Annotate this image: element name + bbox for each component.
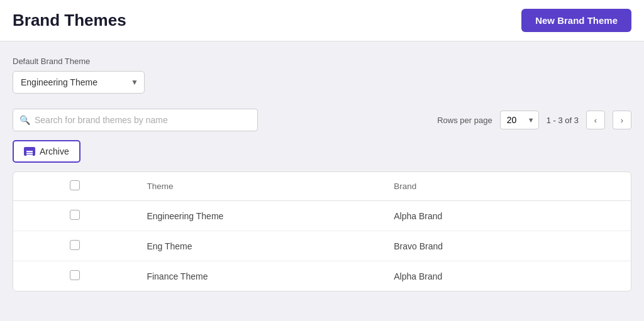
archive-icon <box>24 147 35 156</box>
default-theme-section: Default Brand Theme Engineering ThemeEng… <box>13 57 631 94</box>
table-header-row: Theme Brand <box>13 172 631 201</box>
prev-page-button[interactable]: ‹ <box>586 111 605 129</box>
select-all-header <box>13 172 136 201</box>
row-brand: Alpha Brand <box>384 261 631 291</box>
archive-button-label: Archive <box>40 146 69 156</box>
new-brand-theme-button[interactable]: New Brand Theme <box>521 9 631 32</box>
default-theme-label: Default Brand Theme <box>13 57 631 66</box>
brand-column-header: Brand <box>384 172 631 201</box>
default-theme-dropdown-wrapper: Engineering ThemeEng ThemeFinance Theme … <box>13 71 145 94</box>
table-row: Finance Theme Alpha Brand <box>13 261 631 291</box>
brand-themes-table: Theme Brand Engineering Theme Alpha Bran… <box>13 172 631 291</box>
row-checkbox-cell <box>13 201 136 231</box>
search-pagination-row: 🔍 Rows per page 102050100 ▼ 1 - 3 of 3 ‹… <box>13 109 631 131</box>
search-box: 🔍 <box>13 109 258 131</box>
row-theme: Engineering Theme <box>136 201 384 231</box>
header: Brand Themes New Brand Theme <box>0 0 644 41</box>
row-select-checkbox[interactable] <box>70 210 80 220</box>
table-body: Engineering Theme Alpha Brand Eng Theme … <box>13 201 631 291</box>
brand-themes-table-container: Theme Brand Engineering Theme Alpha Bran… <box>13 171 631 291</box>
archive-button[interactable]: Archive <box>13 140 80 163</box>
rows-per-page-select-wrapper: 102050100 ▼ <box>500 111 539 129</box>
table-row: Engineering Theme Alpha Brand <box>13 201 631 231</box>
default-theme-select[interactable]: Engineering ThemeEng ThemeFinance Theme <box>13 71 145 94</box>
search-icon: 🔍 <box>19 115 30 125</box>
page-container: Brand Themes New Brand Theme Default Bra… <box>0 0 644 321</box>
row-select-checkbox[interactable] <box>70 240 80 250</box>
search-input[interactable] <box>13 109 258 131</box>
select-all-checkbox[interactable] <box>70 180 80 190</box>
action-row: Archive <box>13 140 631 163</box>
row-checkbox-cell <box>13 231 136 261</box>
rows-per-page-label: Rows per page <box>437 116 492 125</box>
rows-per-page-select[interactable]: 102050100 <box>500 111 539 129</box>
table-row: Eng Theme Bravo Brand <box>13 231 631 261</box>
theme-column-header: Theme <box>136 172 384 201</box>
content-area: Default Brand Theme Engineering ThemeEng… <box>0 41 644 304</box>
row-brand: Alpha Brand <box>384 201 631 231</box>
row-theme: Eng Theme <box>136 231 384 261</box>
next-page-button[interactable]: › <box>613 111 631 129</box>
row-checkbox-cell <box>13 261 136 291</box>
row-theme: Finance Theme <box>136 261 384 291</box>
pagination-controls: Rows per page 102050100 ▼ 1 - 3 of 3 ‹ › <box>437 111 631 129</box>
page-count: 1 - 3 of 3 <box>547 116 579 125</box>
row-select-checkbox[interactable] <box>70 270 80 280</box>
row-brand: Bravo Brand <box>384 231 631 261</box>
page-title: Brand Themes <box>13 11 126 30</box>
